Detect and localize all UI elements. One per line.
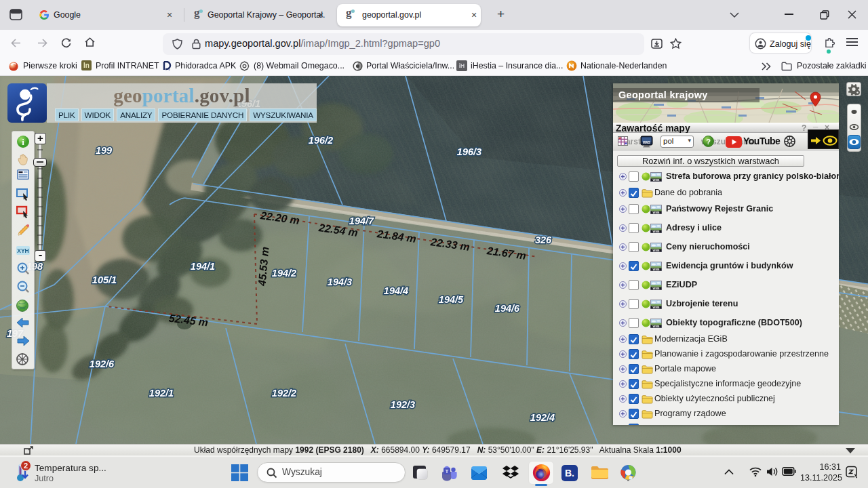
svg-text:105/1: 105/1 [92,274,117,285]
svg-text:194/2: 194/2 [272,268,296,279]
svg-text:192/2: 192/2 [272,388,296,399]
svg-text:196/2: 196/2 [309,135,333,146]
svg-text:194/4: 194/4 [384,285,408,296]
svg-text:326: 326 [535,235,552,245]
svg-text:194/3: 194/3 [328,277,352,287]
svg-text:WMS: WMS [653,178,660,182]
svg-text:194/1: 194/1 [191,261,215,272]
svg-text:WMS: WMS [643,141,650,144]
svg-text:196/3: 196/3 [457,146,481,157]
svg-text:WMS: WMS [653,287,660,290]
svg-text:XYH: XYH [17,247,28,254]
svg-text:?: ? [706,138,711,146]
svg-text:192/1: 192/1 [149,388,174,399]
svg-text:194/7: 194/7 [349,216,374,226]
svg-text:192/6: 192/6 [90,359,115,369]
svg-text:194/6: 194/6 [495,303,520,314]
svg-text:WMS: WMS [653,325,660,328]
svg-text:192/3: 192/3 [391,399,415,410]
svg-text:T: T [446,468,449,474]
svg-text:WMS: WMS [653,306,660,309]
svg-text:WMS: WMS [653,249,660,252]
svg-text:WMS: WMS [653,268,660,271]
svg-text:199: 199 [96,145,112,156]
svg-text:WMS: WMS [653,230,660,233]
svg-text:194/5: 194/5 [439,294,464,305]
svg-text:WMS: WMS [653,211,660,214]
svg-text:192/4: 192/4 [530,412,555,423]
svg-text:i: i [22,137,24,147]
